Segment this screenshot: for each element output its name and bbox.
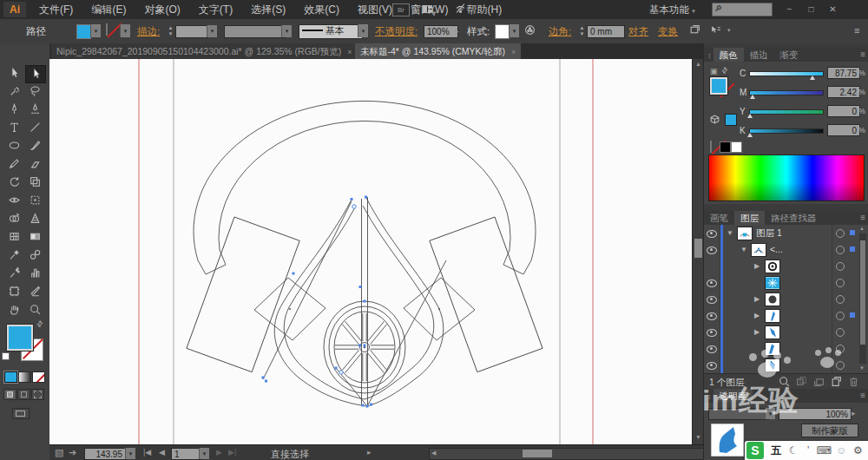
status-grid-icon[interactable]: ▧ <box>55 447 63 458</box>
target-icon[interactable] <box>836 312 845 320</box>
direct-selection-tool-icon[interactable] <box>25 65 46 83</box>
fill-proxy-swatch[interactable] <box>7 325 33 351</box>
channel-m-value[interactable]: 2.42 <box>827 86 860 98</box>
align-link[interactable]: 对齐 <box>628 25 648 38</box>
target-icon[interactable] <box>836 262 845 271</box>
zoom-dd-icon[interactable]: ▾ <box>125 448 135 459</box>
restore-button[interactable]: □ <box>800 0 822 19</box>
layer-row[interactable]: ▼ <... <box>704 241 868 259</box>
group-name[interactable]: <... <box>770 244 783 254</box>
mask-outline-paths[interactable] <box>187 101 542 406</box>
target-icon[interactable] <box>836 361 845 370</box>
free-transform-tool-icon[interactable] <box>25 193 44 209</box>
corner-link[interactable]: 边角: <box>549 25 571 38</box>
transparency-opacity-expand-icon[interactable]: ▸ <box>852 409 856 417</box>
wrench-icon[interactable]: ⚙ <box>851 441 865 460</box>
brush-definition[interactable]: 基本 <box>299 24 363 39</box>
layer-row[interactable] <box>704 357 868 374</box>
fill-mini-swatch[interactable] <box>710 77 727 95</box>
gradient-tool-icon[interactable] <box>25 229 44 246</box>
pencil-tool-icon[interactable] <box>4 156 23 173</box>
visibility-cell[interactable] <box>704 274 720 291</box>
target-icon[interactable] <box>836 279 845 287</box>
stroke-weight-link[interactable]: 描边: <box>137 25 160 38</box>
blend-mode-dropdown[interactable] <box>708 408 769 420</box>
document-tab-active[interactable]: 未标题-4* @ 143.95% (CMYK/轮廓)× <box>355 43 521 59</box>
last-artboard-icon[interactable]: ▶| <box>228 448 236 457</box>
channel-c-value[interactable]: 87.75 <box>827 67 860 79</box>
punctuation-icon[interactable]: ’ <box>803 441 813 460</box>
mini-fill-stroke-icon[interactable]: ▣ <box>710 67 718 76</box>
panel-collapse-icon[interactable]: ↕ <box>704 51 713 60</box>
gradient-mode-button[interactable] <box>18 371 31 383</box>
stroke-dropdown-icon[interactable]: ▾ <box>120 24 130 37</box>
brush-def-dd-icon[interactable]: ▾ <box>358 24 368 37</box>
vertical-scrollbar[interactable]: ▲ ▼ <box>692 59 704 444</box>
menu-effect[interactable]: 效果(C) <box>296 0 347 19</box>
lasso-tool-icon[interactable] <box>25 83 44 100</box>
draw-normal-mode-icon[interactable] <box>3 389 16 400</box>
bar-panel-menu-icon[interactable]: ≡ <box>854 25 859 36</box>
corner-field[interactable]: 0 mm <box>587 25 625 38</box>
close-button[interactable]: ✕ <box>822 0 844 19</box>
zoom-level-field[interactable]: 143.95 <box>84 448 126 460</box>
channel-m-slider[interactable] <box>749 90 824 95</box>
fill-color-swatch[interactable] <box>76 24 91 39</box>
menu-object[interactable]: 对象(O) <box>136 0 187 19</box>
tab-pathfinder[interactable]: 路径查找器 <box>765 211 823 225</box>
web-safe-swatch[interactable] <box>725 114 737 126</box>
transparency-opacity-field[interactable]: 100% <box>779 408 852 420</box>
new-sublayer-icon[interactable] <box>813 376 825 389</box>
layer-row[interactable]: ▶ <box>704 258 868 275</box>
fill-dropdown-icon[interactable]: ▾ <box>90 24 101 37</box>
draw-behind-mode-icon[interactable] <box>17 389 30 400</box>
bridge-button[interactable]: Br <box>392 3 410 16</box>
channel-y-slider[interactable] <box>749 109 824 115</box>
style-swatch[interactable] <box>495 24 510 39</box>
moon-icon[interactable]: ☾ <box>786 441 800 460</box>
ime-toolbar[interactable]: S 五 ☾ ’ ⌨ ☺ ⚙ <box>745 441 868 460</box>
prev-artboard-icon[interactable]: ◀ <box>159 448 165 457</box>
visibility-cell[interactable] <box>704 291 720 307</box>
target-icon[interactable] <box>836 295 845 304</box>
tab-stroke[interactable]: 描边 <box>744 48 774 62</box>
layers-scrollbar[interactable] <box>859 233 866 364</box>
tab-gradient[interactable]: 渐变 <box>774 48 805 62</box>
curvature-pen-tool-icon[interactable] <box>25 102 44 118</box>
expand-right-icon[interactable]: ▶ <box>754 312 760 319</box>
stroke-weight-dd-icon[interactable]: ▾ <box>207 25 217 37</box>
tab-transparency[interactable]: 透明度 <box>713 389 753 403</box>
slice-tool-icon[interactable] <box>25 284 44 300</box>
layers-scroll-up-icon[interactable]: ▲ <box>859 226 865 231</box>
default-swatches-icon[interactable] <box>2 352 10 360</box>
minimize-button[interactable]: − <box>779 0 800 19</box>
select-similar-icon[interactable] <box>710 24 721 37</box>
workspace-switcher[interactable]: 基本功能 ▾ <box>649 0 695 19</box>
visibility-cell[interactable] <box>704 357 720 373</box>
transparency-panel-menu-icon[interactable]: ≡ <box>860 391 865 400</box>
rotate-tool-icon[interactable] <box>4 174 23 191</box>
visibility-cell[interactable] <box>704 258 720 274</box>
panel-collapse-icon[interactable]: ↕ <box>704 392 713 401</box>
target-icon[interactable] <box>836 328 845 337</box>
search-input[interactable]: 🔎︎ <box>712 3 773 16</box>
visibility-cell[interactable] <box>704 241 720 258</box>
expand-down-icon[interactable]: ▼ <box>740 246 747 253</box>
new-layer-icon[interactable] <box>831 376 842 389</box>
stroke-color-swatch[interactable] <box>106 23 108 36</box>
screen-mode-icon[interactable] <box>12 408 30 419</box>
visibility-cell[interactable] <box>704 340 720 357</box>
layer-row[interactable]: ▼ 图层 1 <box>704 225 868 242</box>
opacity-link[interactable]: 不透明度: <box>375 25 418 38</box>
opacity-expand-icon[interactable]: ▸ <box>455 27 459 36</box>
status-expand-icon[interactable]: ▸ <box>367 448 372 457</box>
tab-color[interactable]: 颜色 <box>713 48 744 62</box>
layer-row[interactable] <box>704 274 868 292</box>
channel-k-slider[interactable] <box>749 128 824 134</box>
target-icon[interactable] <box>836 345 845 353</box>
layer-row[interactable]: ▶ <box>704 307 868 325</box>
blend-tool-icon[interactable] <box>25 247 44 264</box>
document-tab-inactive[interactable]: Nipic_29842067_20190905150104423000.ai* … <box>51 43 358 59</box>
width-tool-icon[interactable] <box>4 193 23 209</box>
artboard-tool-icon[interactable] <box>4 284 23 300</box>
